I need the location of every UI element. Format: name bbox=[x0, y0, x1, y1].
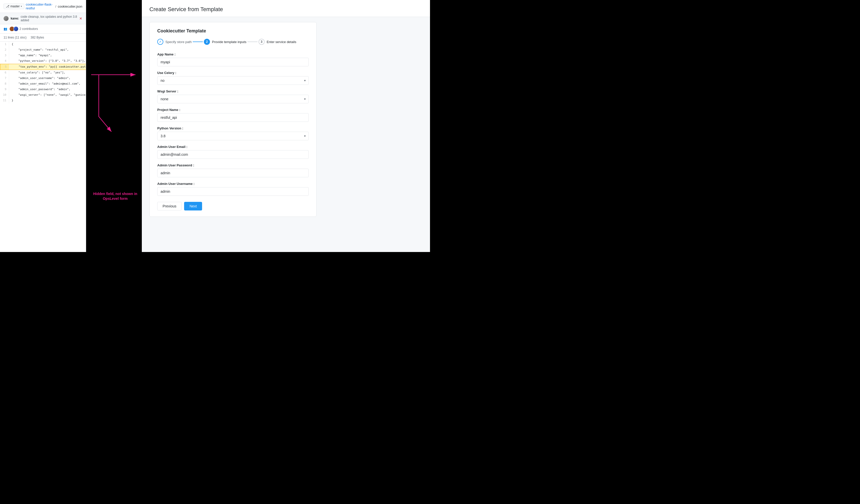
left-panel: ⎇ master ▾ cookiecutter-flask-restful / … bbox=[0, 0, 86, 252]
repo-link[interactable]: cookiecutter-flask-restful bbox=[26, 2, 54, 10]
right-panel: Create Service from Template Cookiecutte… bbox=[142, 0, 430, 252]
form-group-project_name: Project Name : bbox=[157, 108, 309, 122]
line-number: 10 bbox=[0, 92, 9, 98]
step-connector-2 bbox=[247, 42, 258, 42]
line-number: 8 bbox=[0, 81, 9, 87]
arrows-svg bbox=[86, 0, 142, 252]
line-content: } bbox=[9, 98, 86, 103]
line-number: 2 bbox=[0, 47, 9, 53]
step-2-label: Provide template inputs bbox=[212, 40, 246, 44]
form-label-python_version: Python Version : bbox=[157, 126, 309, 130]
line-number: 1 bbox=[0, 42, 9, 47]
contributors-label: 2 contributors bbox=[19, 27, 38, 31]
steps-row: ✓ Specify store path 2 Provide template … bbox=[157, 39, 309, 45]
line-content: "python_version": ["3.8", "3.7", "3.6"], bbox=[9, 58, 86, 64]
breadcrumb-separator: / bbox=[56, 4, 56, 8]
commit-message: code cleanup, tox updates and python 3.8… bbox=[20, 15, 77, 22]
code-line: 3 "app_name": "myapi", bbox=[0, 53, 86, 58]
commit-author: karec bbox=[11, 17, 18, 20]
form-group-admin_user_username: Admin User Username : bbox=[157, 182, 309, 196]
step-2-number: 2 bbox=[206, 40, 208, 44]
form-input-admin_user_email[interactable] bbox=[157, 150, 309, 159]
file-meta: 11 lines (11 sloc) 382 Bytes bbox=[0, 34, 86, 42]
filename-label: cookiecutter.json bbox=[58, 4, 82, 8]
code-line: 6 "use_celery": ["no", "yes"], bbox=[0, 70, 86, 75]
line-content: { bbox=[9, 42, 86, 47]
line-number: 5 bbox=[0, 64, 9, 70]
form-group-admin_user_password: Admin User Password : bbox=[157, 163, 309, 177]
step-2: 2 Provide template inputs bbox=[204, 39, 246, 45]
main-container: ⎇ master ▾ cookiecutter-flask-restful / … bbox=[0, 0, 430, 252]
form-group-wsgi_server: Wsgi Server :noneuwsgigunicorn▾ bbox=[157, 89, 309, 103]
line-content: "app_name": "myapi", bbox=[9, 53, 86, 58]
card-title: Cookiecutter Template bbox=[157, 28, 309, 34]
code-area: 1{2 "project_name": "restful_api",3 "app… bbox=[0, 42, 86, 252]
form-label-project_name: Project Name : bbox=[157, 108, 309, 112]
line-content: "use_celery": ["no", "yes"], bbox=[9, 70, 86, 75]
line-number: 7 bbox=[0, 75, 9, 81]
form-label-admin_user_username: Admin User Username : bbox=[157, 182, 309, 186]
form-label-admin_user_password: Admin User Password : bbox=[157, 163, 309, 167]
line-content: "project_name": "restful_api", bbox=[9, 47, 86, 53]
form-label-app_name: App Name : bbox=[157, 53, 309, 56]
form-select-use_celery[interactable]: noyes bbox=[157, 76, 309, 85]
line-content: "wsgi_server": ["none", "uwsgi", "gunico… bbox=[9, 92, 86, 98]
branch-label: master bbox=[10, 4, 20, 8]
form-group-use_celery: Use Celery :noyes▾ bbox=[157, 71, 309, 85]
form-group-python_version: Python Version :3.83.73.6▾ bbox=[157, 126, 309, 140]
step-1-label: Specify store path bbox=[166, 40, 192, 44]
commit-bar: karec code cleanup, tox updates and pyth… bbox=[0, 13, 86, 24]
code-line: 1{ bbox=[0, 42, 86, 47]
step-3-number: 3 bbox=[261, 40, 263, 44]
annotation-label: Hidden field, not shown in OpsLevel form bbox=[91, 191, 139, 201]
step-2-circle: 2 bbox=[204, 39, 210, 45]
line-content: "admin_user_email": "admin@mail.com", bbox=[9, 81, 86, 87]
line-number: 4 bbox=[0, 58, 9, 64]
form-select-wrapper-use_celery: noyes▾ bbox=[157, 76, 309, 85]
page-title: Create Service from Template bbox=[142, 0, 430, 17]
code-line: 5 "tox_python_env": "py{{ cookiecutter.p… bbox=[0, 64, 86, 70]
chevron-down-icon: ▾ bbox=[21, 5, 22, 8]
next-button[interactable]: Next bbox=[184, 202, 202, 211]
form-select-wrapper-python_version: 3.83.73.6▾ bbox=[157, 132, 309, 140]
step-3-label: Enter service details bbox=[267, 40, 296, 44]
avatar bbox=[3, 16, 9, 21]
contributor-avatars bbox=[9, 26, 17, 31]
line-number: 11 bbox=[0, 98, 9, 103]
form-input-app_name[interactable] bbox=[157, 58, 309, 66]
code-line: 8 "admin_user_email": "admin@mail.com", bbox=[0, 81, 86, 87]
close-icon[interactable]: ✕ bbox=[79, 16, 82, 20]
line-content: "admin_user_password": "admin", bbox=[9, 87, 86, 92]
code-line: 11} bbox=[0, 98, 86, 103]
line-number: 6 bbox=[0, 70, 9, 75]
contributor-avatar-2 bbox=[13, 26, 18, 31]
wizard-content: Cookiecutter Template ✓ Specify store pa… bbox=[142, 17, 430, 252]
git-branch-icon: ⎇ bbox=[6, 4, 9, 8]
step-1: ✓ Specify store path bbox=[157, 39, 192, 45]
step-3: 3 Enter service details bbox=[259, 39, 296, 45]
form-label-admin_user_email: Admin User Email : bbox=[157, 145, 309, 149]
form-input-admin_user_password[interactable] bbox=[157, 169, 309, 177]
code-line: 4 "python_version": ["3.8", "3.7", "3.6"… bbox=[0, 58, 86, 64]
previous-button[interactable]: Previous bbox=[157, 202, 182, 211]
checkmark-icon: ✓ bbox=[159, 40, 161, 44]
file-lines: 11 lines (11 sloc) bbox=[3, 36, 27, 39]
form-fields: App Name :Use Celery :noyes▾Wsgi Server … bbox=[157, 53, 309, 196]
form-input-project_name[interactable] bbox=[157, 113, 309, 122]
contributors-icon: 👥 bbox=[3, 27, 8, 31]
line-number: 9 bbox=[0, 87, 9, 92]
form-label-use_celery: Use Celery : bbox=[157, 71, 309, 75]
form-select-wsgi_server[interactable]: noneuwsgigunicorn bbox=[157, 95, 309, 103]
form-select-python_version[interactable]: 3.83.73.6 bbox=[157, 132, 309, 140]
form-label-wsgi_server: Wsgi Server : bbox=[157, 89, 309, 93]
file-size: 382 Bytes bbox=[31, 36, 44, 39]
form-select-wrapper-wsgi_server: noneuwsgigunicorn▾ bbox=[157, 95, 309, 103]
line-content: "admin_user_username": "admin", bbox=[9, 75, 86, 81]
wizard-card: Cookiecutter Template ✓ Specify store pa… bbox=[149, 22, 317, 217]
contributors-bar: 👥 2 contributors bbox=[0, 24, 86, 34]
annotation-area: Hidden field, not shown in OpsLevel form bbox=[86, 0, 142, 252]
branch-button[interactable]: ⎇ master ▾ bbox=[3, 3, 24, 9]
step-1-circle: ✓ bbox=[157, 39, 163, 45]
line-content: "tox_python_env": "py{{ cookiecutter.pyt… bbox=[9, 64, 86, 70]
form-input-admin_user_username[interactable] bbox=[157, 187, 309, 196]
